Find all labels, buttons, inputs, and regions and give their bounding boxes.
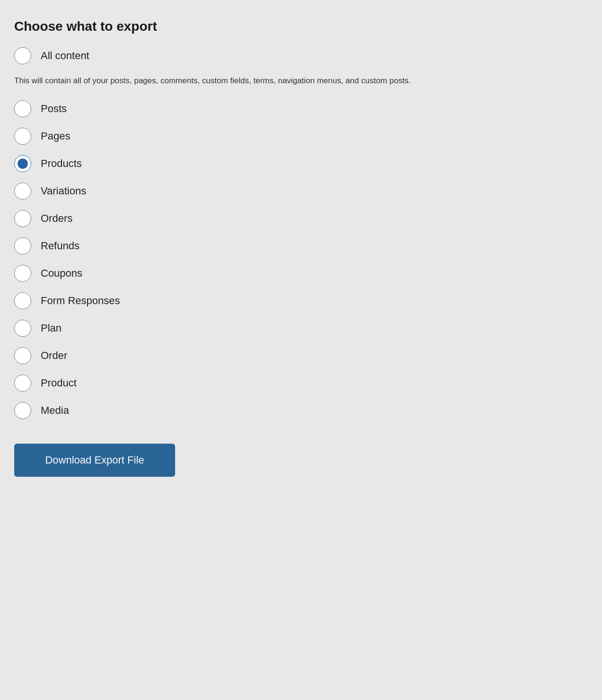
radio-label-variations: Variations <box>41 185 86 197</box>
radio-input-pages[interactable] <box>14 128 31 145</box>
radio-label-order: Order <box>41 350 67 362</box>
radio-option-product[interactable]: Product <box>14 375 588 392</box>
radio-label-all-content: All content <box>41 50 89 62</box>
radio-input-coupons[interactable] <box>14 265 31 282</box>
radio-label-coupons: Coupons <box>41 267 82 280</box>
all-content-description: This will contain all of your posts, pag… <box>14 75 440 87</box>
radio-label-products: Products <box>41 158 82 170</box>
radio-option-plan[interactable]: Plan <box>14 320 588 337</box>
radio-option-media[interactable]: Media <box>14 402 588 419</box>
radio-label-product: Product <box>41 377 77 389</box>
radio-label-form-responses: Form Responses <box>41 295 120 307</box>
radio-option-all-content[interactable]: All content <box>14 47 588 64</box>
radio-option-products[interactable]: Products <box>14 155 588 172</box>
page-title: Choose what to export <box>14 19 588 34</box>
radio-input-posts[interactable] <box>14 100 31 117</box>
radio-input-product[interactable] <box>14 375 31 392</box>
download-export-button[interactable]: Download Export File <box>14 444 175 477</box>
radio-option-variations[interactable]: Variations <box>14 183 588 200</box>
radio-input-plan[interactable] <box>14 320 31 337</box>
radio-input-products[interactable] <box>14 155 31 172</box>
radio-option-form-responses[interactable]: Form Responses <box>14 292 588 309</box>
radio-label-refunds: Refunds <box>41 240 80 252</box>
radio-option-coupons[interactable]: Coupons <box>14 265 588 282</box>
radio-label-plan: Plan <box>41 322 62 334</box>
radio-input-order[interactable] <box>14 347 31 364</box>
radio-label-media: Media <box>41 404 69 417</box>
radio-option-refunds[interactable]: Refunds <box>14 237 588 254</box>
radio-input-orders[interactable] <box>14 210 31 227</box>
radio-option-order[interactable]: Order <box>14 347 588 364</box>
radio-input-media[interactable] <box>14 402 31 419</box>
radio-option-posts[interactable]: Posts <box>14 100 588 117</box>
radio-input-variations[interactable] <box>14 183 31 200</box>
radio-label-orders: Orders <box>41 212 72 225</box>
radio-label-posts: Posts <box>41 103 67 115</box>
radio-input-all-content[interactable] <box>14 47 31 64</box>
radio-option-pages[interactable]: Pages <box>14 128 588 145</box>
radio-option-orders[interactable]: Orders <box>14 210 588 227</box>
radio-input-refunds[interactable] <box>14 237 31 254</box>
radio-label-pages: Pages <box>41 130 70 142</box>
radio-input-form-responses[interactable] <box>14 292 31 309</box>
